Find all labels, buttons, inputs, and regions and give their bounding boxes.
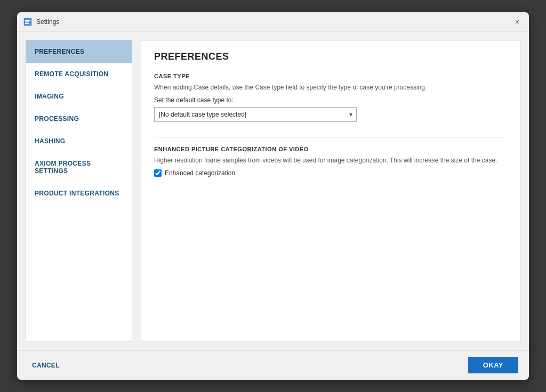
svg-rect-2 bbox=[25, 21, 29, 22]
okay-button[interactable]: OKAY bbox=[468, 357, 518, 373]
section-divider bbox=[154, 137, 507, 137]
content-area: PREFERENCES CASE TYPE When adding Case d… bbox=[141, 40, 520, 341]
sidebar-item-remote-acquisition[interactable]: REMOTE ACQUISITION bbox=[26, 63, 132, 85]
title-bar-left: Settings bbox=[23, 18, 59, 26]
app-icon bbox=[23, 18, 32, 26]
enhanced-picture-title: ENHANCED PICTURE CATEGORIZATION OF VIDEO bbox=[154, 146, 507, 152]
case-type-title: CASE TYPE bbox=[154, 73, 507, 79]
sidebar-item-preferences[interactable]: PREFERENCES bbox=[26, 40, 132, 63]
case-type-select-wrapper: [No default case type selected] bbox=[154, 107, 357, 122]
content-header: PREFERENCES bbox=[141, 40, 520, 69]
cancel-button[interactable]: CANCEL bbox=[28, 358, 64, 372]
enhanced-categorization-label: Enhanced categorization bbox=[165, 169, 235, 177]
svg-rect-1 bbox=[25, 20, 30, 21]
content-body: CASE TYPE When adding Case details, use … bbox=[141, 69, 520, 341]
sidebar-item-hashing[interactable]: HASHING bbox=[26, 130, 132, 152]
svg-rect-3 bbox=[25, 23, 29, 24]
case-type-section: CASE TYPE When adding Case details, use … bbox=[154, 73, 507, 122]
main-content: PREFERENCES REMOTE ACQUISITION IMAGING P… bbox=[17, 31, 529, 350]
title-bar: Settings × bbox=[17, 12, 529, 31]
sidebar-item-processing[interactable]: PROCESSING bbox=[26, 108, 132, 130]
close-button[interactable]: × bbox=[512, 17, 523, 27]
enhanced-categorization-checkbox[interactable] bbox=[154, 169, 162, 177]
window-title: Settings bbox=[36, 18, 59, 26]
case-type-description: When adding Case details, use the Case t… bbox=[154, 83, 507, 92]
footer: CANCEL OKAY bbox=[17, 350, 529, 380]
settings-window: Settings × PREFERENCES REMOTE ACQUISITIO… bbox=[17, 12, 529, 380]
case-type-select[interactable]: [No default case type selected] bbox=[154, 107, 357, 122]
case-type-sublabel: Set the default case type to: bbox=[154, 96, 507, 104]
enhanced-picture-description: Higher resolution frame samples from vid… bbox=[154, 156, 507, 165]
sidebar-item-product-integrations[interactable]: PRODUCT INTEGRATIONS bbox=[26, 182, 132, 205]
sidebar-item-axiom-process-settings[interactable]: AXIOM PROCESS SETTINGS bbox=[26, 152, 132, 182]
enhanced-categorization-row: Enhanced categorization bbox=[154, 169, 507, 177]
sidebar: PREFERENCES REMOTE ACQUISITION IMAGING P… bbox=[26, 40, 132, 341]
page-title: PREFERENCES bbox=[154, 51, 507, 62]
sidebar-item-imaging[interactable]: IMAGING bbox=[26, 85, 132, 108]
enhanced-picture-section: ENHANCED PICTURE CATEGORIZATION OF VIDEO… bbox=[154, 146, 507, 177]
